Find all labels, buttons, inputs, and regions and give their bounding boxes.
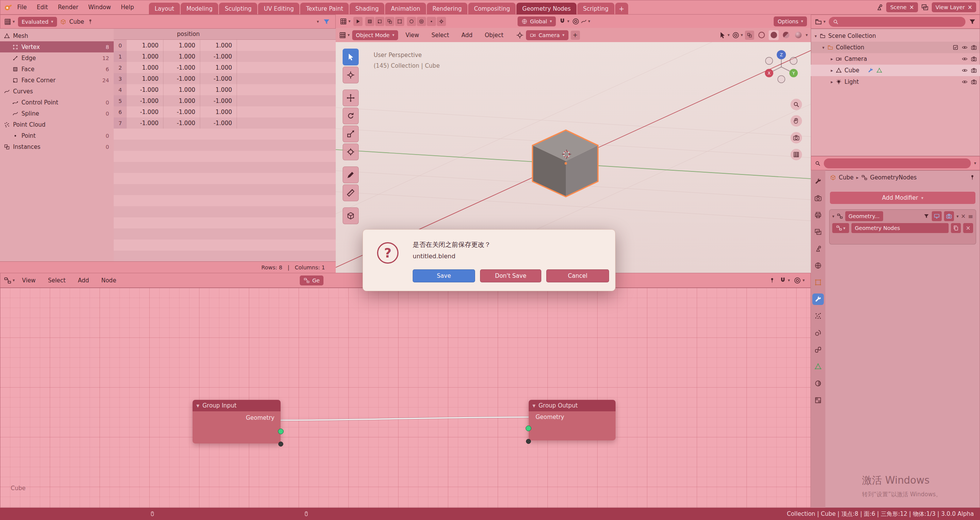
tree-item-edge[interactable]: Edge 12 (0, 52, 114, 64)
display-realtime-toggle[interactable] (932, 211, 942, 221)
xray-toggle-button[interactable] (745, 31, 754, 40)
tool-select-box[interactable] (343, 49, 359, 65)
tool-option-button-4[interactable] (437, 17, 446, 26)
tab-view-layer[interactable] (812, 226, 824, 238)
node-group-input[interactable]: Group Input Geometry (193, 400, 281, 443)
tab-render[interactable] (812, 192, 824, 204)
tab-rendering[interactable]: Rendering (427, 3, 468, 15)
snapping-button[interactable] (559, 18, 570, 25)
table-row[interactable]: 6-1.000-1.0001.000 (114, 106, 336, 117)
tab-compositing[interactable]: Compositing (468, 3, 516, 15)
table-row[interactable]: 21.000-1.0001.000 (114, 62, 336, 73)
render-camera-icon[interactable] (971, 44, 977, 51)
outliner-row-camera[interactable]: Camera (811, 53, 980, 65)
menu-window[interactable]: Window (83, 4, 116, 11)
view-layer-unlink-icon[interactable] (967, 4, 972, 11)
disclosure-icon[interactable] (831, 79, 833, 85)
node-editor-canvas[interactable]: Group Input Geometry Group Output Geomet… (0, 288, 811, 508)
scene-unlink-icon[interactable] (909, 4, 914, 11)
dont-save-button[interactable]: Don't Save (480, 269, 541, 282)
pin-icon[interactable] (769, 277, 775, 284)
add-modifier-button[interactable]: Add Modifier (830, 192, 975, 204)
scene-selector[interactable]: Scene (886, 2, 918, 12)
tree-item-face-corner[interactable]: Face Corner 24 (0, 75, 114, 86)
viewport-mode-icon-button[interactable] (339, 31, 350, 39)
outliner-row-collection[interactable]: Collection (811, 42, 980, 53)
funnel-icon[interactable] (923, 213, 929, 219)
tab-shading[interactable]: Shading (350, 3, 384, 15)
modifier-wrench-icon[interactable] (867, 67, 874, 73)
viewport-menu-add[interactable]: Add (456, 32, 477, 39)
tab-material[interactable] (812, 378, 824, 389)
overlays-button[interactable] (732, 31, 743, 39)
render-camera-icon[interactable] (971, 56, 977, 62)
camera-view-dropdown[interactable]: Camera (526, 30, 568, 40)
tree-group-mesh[interactable]: Mesh (0, 30, 114, 41)
node-menu-node[interactable]: Node (96, 277, 121, 284)
interaction-mode-dropdown[interactable]: Object Mode (352, 30, 399, 40)
node-editor-type-button[interactable] (4, 277, 15, 284)
tool-option-button-2[interactable] (417, 17, 426, 26)
column-header[interactable]: position (114, 29, 336, 40)
virtual-input-socket[interactable] (526, 439, 531, 444)
breadcrumb-data[interactable]: GeometryNodes (870, 174, 917, 181)
scene-icon[interactable] (875, 3, 883, 11)
menu-edit[interactable]: Edit (32, 4, 53, 11)
table-row[interactable]: 4-1.0001.0001.000 (114, 84, 336, 95)
outliner-row-light[interactable]: Light (811, 76, 980, 88)
node-group-output[interactable]: Group Output Geometry (529, 400, 616, 440)
tree-group-instances[interactable]: Instances 0 (0, 141, 114, 152)
shading-material-button[interactable] (781, 30, 791, 40)
blender-logo-icon[interactable] (3, 3, 12, 12)
tab-scene[interactable] (812, 243, 824, 254)
shading-solid-button[interactable] (769, 30, 779, 40)
tab-object[interactable] (812, 277, 824, 288)
select-mode-new-button[interactable] (365, 17, 374, 26)
outliner-filter-icon[interactable] (969, 18, 976, 26)
browse-node-group-button[interactable] (832, 223, 849, 233)
tab-animation[interactable]: Animation (385, 3, 426, 15)
breadcrumb-object[interactable]: Cube (839, 174, 854, 181)
cancel-button[interactable]: Cancel (546, 269, 609, 282)
spreadsheet-editor-type-button[interactable] (4, 18, 15, 26)
tool-add-cube[interactable] (343, 207, 359, 224)
tree-item-vertex[interactable]: Vertex 8 (0, 41, 114, 52)
viewport-menu-object[interactable]: Object (480, 32, 508, 39)
tree-group-curves[interactable]: Curves (0, 86, 114, 97)
collapse-icon[interactable] (196, 404, 199, 408)
table-row[interactable]: 31.000-1.000-1.000 (114, 73, 336, 84)
tab-modifiers[interactable] (812, 293, 824, 305)
zoom-button[interactable] (791, 99, 802, 110)
transform-orientation-dropdown[interactable]: Global (518, 16, 556, 26)
node-header[interactable]: Group Input (193, 400, 281, 411)
tool-move[interactable] (343, 90, 359, 106)
node-menu-add[interactable]: Add (73, 277, 94, 284)
tool-option-button-1[interactable] (407, 17, 416, 26)
outliner-search[interactable] (829, 17, 965, 27)
proportional-editing-button[interactable] (572, 18, 590, 25)
eye-icon[interactable] (962, 44, 968, 51)
disclosure-icon[interactable] (831, 56, 833, 62)
tool-annotate[interactable] (343, 166, 359, 183)
tab-output[interactable] (812, 209, 824, 221)
menu-file[interactable]: File (12, 4, 32, 11)
viewport-editor-type-button[interactable] (340, 18, 351, 25)
menu-help[interactable]: Help (116, 4, 139, 11)
pin-icon[interactable] (969, 174, 975, 181)
duplicate-node-group-button[interactable] (951, 223, 961, 233)
tab-scripting[interactable]: Scripting (577, 3, 614, 15)
tool-scale[interactable] (343, 126, 359, 142)
geometry-output-socket[interactable] (278, 429, 284, 434)
render-camera-icon[interactable] (971, 67, 977, 73)
disclosure-icon[interactable] (822, 45, 825, 50)
tab-constraints[interactable] (812, 344, 824, 355)
properties-search[interactable] (824, 158, 971, 168)
outliner-row-cube[interactable]: Cube (811, 65, 980, 76)
disclosure-icon[interactable] (831, 68, 833, 73)
tab-geometry-nodes[interactable]: Geometry Nodes (516, 3, 577, 15)
close-icon[interactable] (961, 213, 966, 220)
tool-cursor[interactable] (343, 67, 359, 83)
tab-sculpting[interactable]: Sculpting (219, 3, 257, 15)
outliner-row-scene-collection[interactable]: Scene Collection (811, 30, 980, 42)
checkbox-icon[interactable] (952, 44, 959, 51)
